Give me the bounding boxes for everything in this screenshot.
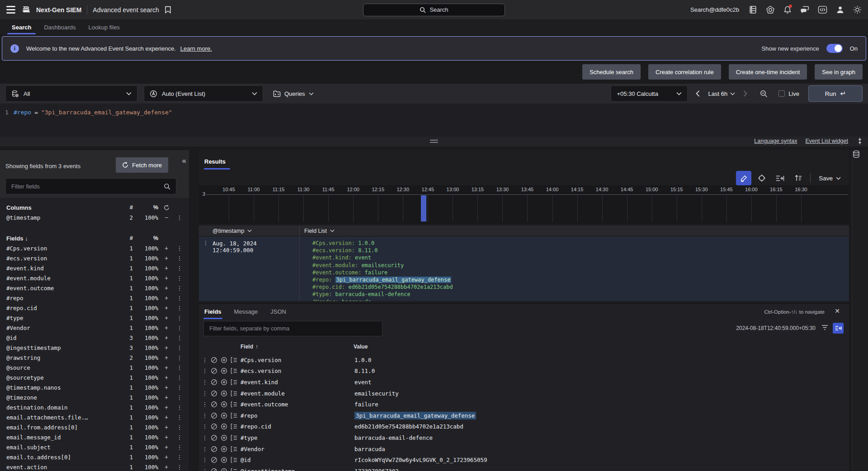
kebab-menu-icon[interactable]: ⋮ xyxy=(201,446,209,452)
collapse-sidebar-icon[interactable]: « xyxy=(182,156,185,165)
kebab-menu-icon[interactable]: ⋮ xyxy=(175,384,184,391)
include-value-icon[interactable] xyxy=(219,412,229,419)
field-list-icon[interactable] xyxy=(229,457,239,463)
time-range-selector[interactable]: Last 6h xyxy=(708,90,735,97)
kebab-menu-icon[interactable]: ⋮ xyxy=(175,325,184,331)
exclude-value-icon[interactable] xyxy=(209,367,219,374)
field-list-icon[interactable] xyxy=(229,391,239,396)
exclude-value-icon[interactable] xyxy=(209,468,219,471)
schedule-search-button[interactable]: Schedule search xyxy=(582,64,641,80)
add-column-icon[interactable]: + xyxy=(158,404,175,411)
kebab-menu-icon[interactable]: ⋮ xyxy=(201,401,209,408)
kebab-menu-icon[interactable]: ⋮ xyxy=(201,379,209,386)
tab-lookup-files[interactable]: Lookup files xyxy=(82,20,126,34)
kebab-menu-icon[interactable]: ⋮ xyxy=(201,390,209,397)
add-column-icon[interactable]: + xyxy=(158,414,175,421)
kebab-menu-icon[interactable]: ⋮ xyxy=(175,285,184,292)
add-column-icon[interactable]: + xyxy=(158,433,175,441)
field-list-icon[interactable] xyxy=(229,424,239,429)
exclude-value-icon[interactable] xyxy=(209,390,219,397)
exclude-value-icon[interactable] xyxy=(209,423,219,430)
kebab-menu-icon[interactable]: ⋮ xyxy=(201,367,209,374)
kebab-menu-icon[interactable]: ⋮ xyxy=(201,468,209,471)
kebab-menu-icon[interactable]: ⋮ xyxy=(175,305,184,311)
include-value-icon[interactable] xyxy=(219,457,229,463)
field-list-icon[interactable] xyxy=(229,435,239,441)
add-column-icon[interactable]: + xyxy=(158,294,175,301)
field-list-icon[interactable] xyxy=(229,468,239,471)
tab-dashboards[interactable]: Dashboards xyxy=(38,20,82,34)
data-sources-icon[interactable] xyxy=(852,150,868,158)
filter-fields-input[interactable] xyxy=(11,183,164,190)
exclude-value-icon[interactable] xyxy=(209,434,219,441)
feedback-icon[interactable] xyxy=(800,5,809,14)
exclude-value-icon[interactable] xyxy=(209,446,219,452)
event-list-widget-link[interactable]: Event List widget xyxy=(806,138,849,144)
view-selector[interactable]: Auto (Event List) xyxy=(144,85,263,102)
kebab-menu-icon[interactable]: ⋮ xyxy=(175,444,184,451)
tab-message[interactable]: Message xyxy=(234,306,258,318)
exclude-value-icon[interactable] xyxy=(209,401,219,408)
add-column-icon[interactable]: + xyxy=(158,443,175,451)
bookmark-icon[interactable] xyxy=(165,6,171,14)
results-tab[interactable]: Results xyxy=(204,158,226,165)
field-list-icon[interactable] xyxy=(229,446,239,452)
add-column-icon[interactable]: + xyxy=(158,394,175,401)
live-checkbox[interactable] xyxy=(778,90,785,97)
server-rack-icon[interactable] xyxy=(749,5,757,14)
histogram-bar[interactable] xyxy=(421,195,426,221)
add-column-icon[interactable]: + xyxy=(158,314,175,321)
exclude-value-icon[interactable] xyxy=(209,412,219,419)
create-correlation-rule-button[interactable]: Create correlation rule xyxy=(648,64,721,80)
create-one-time-incident-button[interactable]: Create one-time incident xyxy=(729,64,807,80)
detail-filter-input[interactable] xyxy=(209,325,377,332)
kebab-menu-icon[interactable]: ⋮ xyxy=(175,275,184,282)
include-value-icon[interactable] xyxy=(219,434,229,441)
add-column-icon[interactable]: + xyxy=(158,424,175,431)
field-list-icon[interactable] xyxy=(229,379,239,385)
add-column-icon[interactable]: + xyxy=(158,364,175,371)
column-row-timestamp[interactable]: @timestamp 2 100% − ⋮ xyxy=(0,212,189,222)
edit-query-icon[interactable] xyxy=(736,171,751,185)
language-syntax-link[interactable]: Language syntax xyxy=(754,138,797,144)
add-column-icon[interactable]: + xyxy=(158,245,175,252)
tab-json[interactable]: JSON xyxy=(270,306,286,318)
time-forward-chevron[interactable] xyxy=(741,90,749,97)
kebab-menu-icon[interactable]: ⋮ xyxy=(201,457,209,463)
crosshair-icon[interactable] xyxy=(754,171,769,185)
field-list-icon[interactable] xyxy=(229,357,239,363)
repo-selector[interactable]: All xyxy=(5,85,137,102)
kebab-menu-icon[interactable]: ⋮ xyxy=(175,404,184,411)
close-icon[interactable]: ✕ xyxy=(835,307,840,315)
add-column-icon[interactable]: + xyxy=(158,463,175,471)
kebab-menu-icon[interactable]: ⋮ xyxy=(175,295,184,301)
field-header[interactable]: Field↑ xyxy=(199,344,354,350)
new-experience-toggle[interactable] xyxy=(826,44,843,53)
add-column-icon[interactable]: + xyxy=(158,274,175,282)
kebab-menu-icon[interactable]: ⋮ xyxy=(175,315,184,321)
add-column-icon[interactable]: + xyxy=(158,334,175,341)
time-back-chevron[interactable] xyxy=(694,90,702,97)
kebab-menu-icon[interactable]: ⋮ xyxy=(175,334,184,341)
sort-down-icon[interactable]: ↓ xyxy=(25,235,28,242)
learn-more-link[interactable]: Learn more. xyxy=(180,45,212,52)
timezone-selector[interactable]: +05:30 Calcutta xyxy=(611,85,688,102)
field-list-icon[interactable] xyxy=(229,413,239,419)
filter-icon[interactable] xyxy=(821,325,828,330)
field-list-column-header[interactable]: Field List xyxy=(299,226,849,236)
kebab-menu-icon[interactable]: ⋮ xyxy=(175,434,184,441)
exclude-value-icon[interactable] xyxy=(209,457,219,463)
kebab-menu-icon[interactable]: ⋮ xyxy=(201,412,209,419)
user-profile-icon[interactable] xyxy=(836,5,844,14)
kebab-menu-icon[interactable]: ⋮ xyxy=(201,434,209,441)
kebab-menu-icon[interactable]: ⋮ xyxy=(175,464,184,471)
add-column-icon[interactable]: + xyxy=(158,304,175,311)
theme-toggle-icon[interactable] xyxy=(853,5,862,14)
fetch-more-button[interactable]: Fetch more xyxy=(116,157,168,173)
notifications-icon[interactable] xyxy=(783,5,792,14)
collapse-editor-icon[interactable] xyxy=(857,137,863,145)
include-value-icon[interactable] xyxy=(219,357,229,363)
add-column-icon[interactable]: + xyxy=(158,374,175,381)
event-row[interactable]: ⋮ Aug. 18, 2024 12:40:59.000 #Cps.versio… xyxy=(199,236,849,301)
field-list-icon[interactable] xyxy=(229,368,239,374)
